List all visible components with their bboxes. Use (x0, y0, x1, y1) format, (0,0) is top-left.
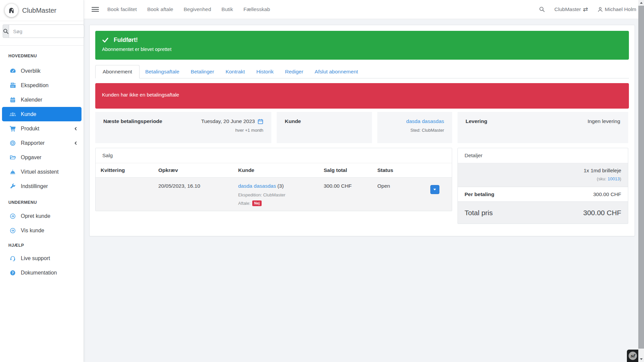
sidebar-search (3, 24, 81, 38)
sidebar-item-label: Kunde (21, 111, 36, 117)
next-payment-label: Næste betalingsperiode (103, 118, 162, 137)
sku-close: ) (620, 176, 621, 181)
aftale-badge: Nej (252, 200, 262, 206)
line-item: 1x 1md brilleleje (465, 168, 621, 174)
total-price-row: Total pris 300.00 CHF (458, 202, 628, 224)
cell-kunde: dasda dasasdas(3) Ekspedition: ClubMaste… (233, 178, 319, 211)
scrollbar-up-arrow[interactable] (638, 0, 644, 6)
site-switcher[interactable]: ClubMaster ⇄ (554, 6, 588, 13)
details-panel: Detaljer 1x 1md brilleleje (sku:10013) P… (458, 148, 628, 224)
col-actions (416, 163, 452, 178)
row-actions-dropdown-button[interactable] (430, 185, 439, 194)
sidebar-item-label: Opret kunde (21, 213, 50, 219)
help-menu: Live support ? Dokumentation (0, 251, 84, 280)
sidebar-item-virtuel-assistent[interactable]: Virtuel assistent (0, 165, 84, 179)
payment-interval: hver +1 month (235, 128, 263, 133)
chevron-left-icon (74, 141, 77, 145)
arrow-circle-right-icon (9, 227, 16, 234)
navbar-right: ClubMaster ⇄ Michael Holm (539, 6, 636, 13)
tab-betalingsaftale[interactable]: Betalingsaftale (140, 65, 185, 78)
search-icon (3, 28, 9, 34)
hamburger-menu-icon[interactable] (92, 7, 99, 12)
sale-ekspedition: Ekspedition: ClubMaster (238, 192, 315, 197)
sidebar-item-vis-kunde[interactable]: Vis kunde (0, 223, 84, 238)
sidebar-item-kunde[interactable]: Kunde (2, 107, 82, 121)
sidebar-item-label: Ekspedition (21, 82, 49, 88)
tab-afslut-abonnement[interactable]: Afslut abonnement (309, 65, 364, 78)
chevron-left-icon (74, 127, 77, 131)
top-navbar: Book facilitet Book aftale Begivenhed Bu… (84, 0, 644, 19)
sidebar-item-opret-kunde[interactable]: Opret kunde (0, 209, 84, 223)
sidebar-item-label: Kalender (21, 97, 42, 103)
concierge-bell-icon (9, 169, 16, 175)
brand-divider (0, 21, 84, 21)
sidebar-item-indstillinger[interactable]: Indstillinger (0, 179, 84, 193)
tab-historik[interactable]: Historik (251, 65, 279, 78)
tab-betalinger[interactable]: Betalinger (185, 65, 220, 78)
sales-panel: Salg Kvittering Opkræv Kunde Salg total … (95, 148, 452, 211)
bullseye-icon (9, 140, 16, 146)
nav-link-faellesskab[interactable]: Fællesskab (244, 6, 270, 12)
sku-link[interactable]: 10013 (608, 176, 620, 181)
cash-register-icon (9, 82, 16, 88)
sidebar-item-label: Rapporter (21, 140, 45, 146)
brand-name: ClubMaster (22, 7, 56, 14)
sidebar-item-ekspedition[interactable]: Ekspedition (0, 78, 84, 93)
sidebar-item-live-support[interactable]: Live support (0, 251, 84, 265)
tab-kontrakt[interactable]: Kontrakt (220, 65, 251, 78)
symfony-profiler-button[interactable]: sf (627, 350, 638, 362)
search-input[interactable] (9, 24, 84, 38)
vertical-scrollbar[interactable] (638, 0, 644, 362)
sidebar-item-rapporter[interactable]: Rapporter (0, 136, 84, 150)
scrollbar-down-arrow[interactable] (638, 356, 644, 362)
sales-panel-title: Salg (96, 148, 452, 163)
per-payment-row: Per betaling 300.00 CHF (458, 187, 628, 202)
tachometer-icon (9, 68, 16, 74)
info-box-customer-label: Kunde (277, 112, 372, 143)
caret-down-icon (433, 189, 436, 190)
cell-salg-total: 300.00 CHF (319, 178, 372, 211)
tab-abonnement[interactable]: Abonnement (95, 65, 140, 78)
nav-link-book-facilitet[interactable]: Book facilitet (107, 6, 137, 12)
sidebar-item-produkt[interactable]: Produkt (0, 121, 84, 136)
sidebar-item-kalender[interactable]: Kalender (0, 93, 84, 107)
user-menu[interactable]: Michael Holm (597, 6, 636, 12)
cards-row: Salg Kvittering Opkræv Kunde Salg total … (95, 148, 629, 224)
delivery-label: Levering (466, 118, 487, 137)
main-area: Book facilitet Book aftale Begivenhed Bu… (84, 0, 644, 362)
tab-rediger[interactable]: Rediger (279, 65, 309, 78)
customer-label: Kunde (285, 118, 301, 124)
sidebar-item-label: Vis kunde (21, 228, 44, 234)
sidebar-item-label: Dokumentation (21, 270, 57, 276)
info-box-delivery: Levering Ingen levering (458, 112, 628, 143)
symfony-logo-icon: sf (629, 352, 637, 360)
sidebar-item-label: Produkt (21, 126, 39, 132)
total-price-value: 300.00 CHF (583, 209, 621, 217)
customer-location: Sted: ClubMaster (385, 128, 444, 133)
aftale-label: Aftale: (238, 201, 251, 206)
sidebar-item-overblik[interactable]: Overblik (0, 64, 84, 78)
sidebar-item-label: Indstillinger (21, 183, 48, 189)
cell-kvittering (96, 178, 153, 211)
sidebar-item-opgaver[interactable]: Opgaver (0, 150, 84, 165)
nav-link-begivenhed[interactable]: Begivenhed (183, 6, 211, 12)
section-label-hjaelp: HJÆLP (8, 243, 84, 248)
sale-customer-link[interactable]: dasda dasasdas (238, 183, 276, 189)
question-circle-icon: ? (9, 269, 16, 276)
per-payment-value: 300.00 CHF (593, 191, 621, 197)
calendar-picker-icon[interactable] (258, 119, 263, 124)
navbar-search-icon[interactable] (539, 6, 545, 12)
section-label-hovedmenu: HOVEDMENU (8, 54, 84, 58)
switch-site-icon: ⇄ (583, 6, 588, 13)
search-button[interactable] (3, 24, 9, 38)
nav-link-book-aftale[interactable]: Book aftale (147, 6, 173, 12)
sidebar-item-label: Live support (21, 255, 50, 261)
sidebar-item-dokumentation[interactable]: ? Dokumentation (0, 265, 84, 280)
danger-alert: Kunden har ikke en betalingsaftale (95, 83, 629, 109)
nav-link-butik[interactable]: Butik (221, 6, 233, 12)
customer-link[interactable]: dasda dasasdas (406, 118, 444, 124)
svg-text:?: ? (12, 270, 14, 275)
scrollbar-thumb[interactable] (638, 6, 644, 349)
sku-label: (sku: (597, 176, 606, 181)
wrench-icon (9, 183, 16, 189)
